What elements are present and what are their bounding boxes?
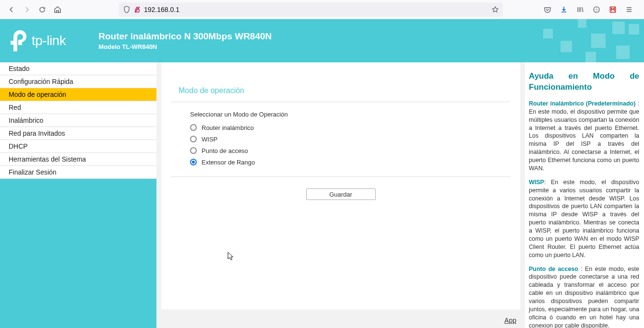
nav-item-herramientas[interactable]: Herramientas del Sistema [0,153,156,166]
download-icon[interactable] [557,3,571,16]
field-label: Seleccionar un Modo de Operación [190,111,511,118]
radio-icon [190,147,197,154]
help-paragraph-ap: Punto de acceso : En este modo, este dis… [529,265,639,328]
settings-card: Modo de operación Seleccionar un Modo de… [161,62,520,309]
radio-router-inalambrico[interactable]: Router inalámbrico [190,122,511,133]
radio-icon [190,136,197,142]
nav-item-red[interactable]: Red [0,101,156,114]
divider [171,102,511,102]
forward-button[interactable] [20,3,34,16]
nav-item-modo-operacion[interactable]: Modo de operación [0,88,156,101]
save-button[interactable]: Guardar [306,188,376,200]
extension-icon-2[interactable] [606,3,620,16]
nav-item-inalambrico[interactable]: Inalámbrico [0,114,156,127]
nav-item-configuracion-rapida[interactable]: Configuración Rápida [0,75,156,88]
radio-icon [190,159,197,165]
bookmark-star-icon[interactable] [491,6,499,13]
home-button[interactable] [51,3,64,16]
nav-item-estado[interactable]: Estado [0,62,156,75]
page-title: Router inalámbrico N 300Mbps WR840N [98,31,272,42]
extension-icon-1[interactable] [589,3,604,16]
radio-extensor-rango[interactable]: Extensor de Rango [190,156,511,168]
brand-text: tp-link [32,33,66,48]
radio-wisp[interactable]: WISP [190,133,511,145]
nav-item-finalizar-sesion[interactable]: Finalizar Sesión [0,166,156,179]
help-paragraph-wisp: WISP: En este modo, el dispositivo permi… [529,178,639,259]
reload-button[interactable] [36,3,49,16]
logo-mark-icon [11,30,28,51]
library-icon[interactable] [573,3,587,16]
page-header: tp-link Router inalámbrico N 300Mbps WR8… [0,19,644,62]
help-paragraph-router: Router inalámbrico (Predeterminado) : En… [529,100,639,173]
nav-item-red-invitados[interactable]: Red para Invitados [0,127,156,140]
radio-label: Punto de acceso [202,147,248,154]
radio-label: Router inalámbrico [202,124,254,131]
toolbar-right [540,3,636,16]
radio-icon [190,124,197,131]
nav-item-dhcp[interactable]: DHCP [0,140,156,153]
pocket-icon[interactable] [540,3,555,16]
header-decoration [510,19,644,62]
model-label: Modelo TL-WR840N [98,43,272,50]
divider [171,176,511,177]
radio-label: WISP [202,136,217,143]
app-link[interactable]: App [504,316,516,324]
menu-button[interactable] [622,3,636,16]
sidebar-nav: Estado Configuración Rápida Modo de oper… [0,62,156,328]
radio-punto-acceso[interactable]: Punto de acceso [190,145,511,156]
card-title: Modo de operación [171,73,511,102]
help-panel: Ayuda en Modo de Funcionamiento Router i… [525,62,644,328]
main-content: Modo de operación Seleccionar un Modo de… [156,62,525,328]
back-button[interactable] [5,3,18,16]
radio-label: Extensor de Rango [202,159,255,166]
brand-logo: tp-link [11,30,66,51]
url-text: 192.168.0.1 [144,6,489,13]
help-title: Ayuda en Modo de Funcionamiento [529,71,639,93]
browser-toolbar: 192.168.0.1 [0,0,644,19]
address-bar[interactable]: 192.168.0.1 [119,2,503,17]
shield-icon [123,6,131,13]
lock-slash-icon [133,6,141,13]
